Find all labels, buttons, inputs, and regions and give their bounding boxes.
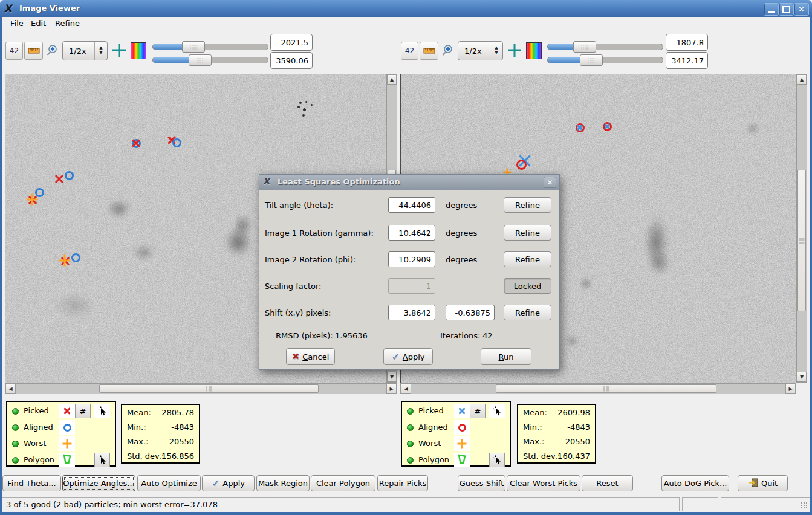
scroll-down-icon[interactable]: ▼ (387, 372, 397, 382)
stat-value: 160.437 (557, 452, 590, 461)
enabled-dot[interactable] (12, 408, 19, 415)
frame-count-button[interactable]: 42 (5, 42, 23, 60)
scroll-left-icon[interactable]: ◀ (5, 384, 16, 394)
pick-cursor-button[interactable] (94, 404, 110, 418)
clear-worst-picks-button[interactable]: Clear Worst Picks (507, 475, 580, 491)
scroll-right-icon[interactable]: ▶ (386, 384, 397, 394)
refine-shift-button[interactable]: Refine (504, 305, 551, 320)
slider-thumb[interactable] (189, 54, 212, 66)
scroll-up-icon[interactable]: ▲ (387, 74, 397, 85)
marker-style-cell[interactable] (59, 436, 75, 451)
show-numbers-button[interactable]: # (470, 404, 486, 418)
resize-grip[interactable] (801, 502, 808, 509)
zoom-tool-button-2[interactable] (439, 42, 455, 59)
max-threshold-slider[interactable] (152, 57, 268, 63)
min-threshold-field[interactable]: 2021.5 (270, 34, 313, 51)
refine-theta-button[interactable]: Refine (504, 197, 551, 213)
cancel-button[interactable]: ✖Cancel (286, 348, 335, 365)
guess-shift-button[interactable]: Guess Shift (458, 475, 505, 491)
auto-optimize-button[interactable]: Auto Optimize (137, 475, 201, 491)
scrollbar-thumb[interactable] (797, 170, 806, 311)
find-theta-button[interactable]: Find Theta... (2, 475, 61, 491)
zoom-level-select-2[interactable]: 1/2x ▲▼ (458, 41, 503, 60)
refine-phi-button[interactable]: Refine (504, 251, 551, 267)
button-label: Apply (222, 479, 245, 488)
menu-file[interactable]: File (7, 18, 27, 28)
marker-style-cell[interactable] (59, 420, 75, 435)
scroll-left-icon[interactable]: ◀ (401, 384, 411, 394)
enabled-dot[interactable] (407, 408, 414, 415)
right-panel-horizontal-scrollbar[interactable]: ◀ ▶ (400, 383, 796, 394)
locked-button[interactable]: Locked (504, 278, 551, 294)
scroll-right-icon[interactable]: ▶ (785, 384, 796, 394)
tilt-angle-field[interactable]: 44.4406 (388, 197, 435, 213)
maximize-button[interactable] (779, 3, 794, 16)
marker-style-cell[interactable] (454, 453, 470, 467)
apply-button[interactable]: ✓Apply (202, 475, 255, 491)
scrollbar-thumb[interactable] (99, 384, 318, 393)
close-button[interactable]: ✕ (794, 3, 809, 16)
marker-style-cell[interactable] (454, 420, 470, 435)
min-threshold-field-2[interactable]: 1807.8 (666, 34, 708, 51)
repair-picks-button[interactable]: Repair Picks (377, 475, 428, 491)
colormap-button-2[interactable] (526, 42, 542, 59)
refine-gamma-button[interactable]: Refine (504, 225, 551, 241)
titlebar[interactable]: X Image Viewer ✕ (0, 0, 812, 17)
ruler-button-2[interactable] (420, 42, 438, 60)
marker-style-cell[interactable] (454, 404, 470, 418)
right-panel-vertical-scrollbar[interactable]: ▲ ▼ (796, 74, 807, 383)
menu-edit[interactable]: Edit (27, 18, 50, 28)
marker-style-cell[interactable] (59, 453, 75, 467)
scroll-up-icon[interactable]: ▲ (797, 74, 807, 85)
crosshair-toggle-2[interactable] (505, 42, 524, 60)
enabled-dot[interactable] (407, 424, 414, 431)
dialog-titlebar[interactable]: X Least Squares Optimization ✕ (259, 175, 559, 190)
image2-rotation-field[interactable]: 10.2909 (388, 251, 435, 267)
clear-polygon-button[interactable]: Clear Polygon (311, 475, 375, 491)
zoom-level-select[interactable]: 1/2x ▲▼ (62, 41, 108, 60)
particle-marker-circle-blue (172, 138, 181, 147)
enabled-dot[interactable] (12, 441, 19, 447)
colormap-button[interactable] (131, 42, 146, 59)
dialog-apply-button[interactable]: ✓Apply (383, 348, 433, 365)
run-button[interactable]: Run (481, 348, 531, 365)
optimize-angles-button[interactable]: Optimize Angles... (62, 475, 135, 491)
max-threshold-field-2[interactable]: 3412.17 (666, 52, 708, 69)
quit-button[interactable]: Quit (738, 475, 788, 491)
ruler-button[interactable] (24, 42, 43, 60)
shift-y-field[interactable]: -0.63875 (446, 305, 495, 320)
marker-style-cell[interactable] (454, 436, 470, 451)
show-numbers-button[interactable]: # (75, 404, 91, 418)
shift-x-field[interactable]: 3.8642 (388, 305, 435, 320)
menu-refine[interactable]: Refine (51, 18, 83, 28)
zoom-tool-button[interactable] (44, 42, 60, 59)
image1-rotation-field[interactable]: 10.4642 (388, 225, 435, 241)
enabled-dot[interactable] (407, 441, 414, 447)
mask-region-button[interactable]: Mask Region (256, 475, 310, 491)
crosshair-toggle[interactable] (110, 42, 128, 60)
slider-thumb[interactable] (573, 41, 596, 53)
minimize-button[interactable] (764, 3, 779, 16)
left-panel-horizontal-scrollbar[interactable]: ◀ ▶ (5, 383, 397, 394)
enabled-dot[interactable] (12, 424, 19, 431)
auto-dog-pick-button[interactable]: Auto DoG Pick... (661, 475, 729, 491)
pick-cursor-button[interactable] (489, 404, 505, 418)
stat-value: 156.856 (161, 452, 194, 461)
max-threshold-slider-2[interactable] (547, 57, 663, 63)
marker-style-cell[interactable] (59, 404, 75, 418)
min-threshold-slider[interactable] (152, 44, 268, 50)
reset-button[interactable]: Reset (582, 475, 633, 491)
enabled-dot[interactable] (407, 457, 414, 464)
enabled-dot[interactable] (12, 457, 19, 464)
polygon-cursor-button[interactable] (489, 453, 505, 467)
least-squares-optimization-dialog: X Least Squares Optimization ✕ Tilt angl… (259, 174, 560, 370)
scroll-down-icon[interactable]: ▼ (797, 372, 807, 382)
slider-thumb[interactable] (580, 54, 603, 66)
dialog-close-button[interactable]: ✕ (544, 177, 556, 188)
frame-count-button-2[interactable]: 42 (401, 42, 418, 60)
max-threshold-field[interactable]: 3590.06 (270, 52, 313, 69)
slider-thumb[interactable] (182, 41, 205, 53)
min-threshold-slider-2[interactable] (547, 44, 663, 50)
scrollbar-thumb[interactable] (496, 384, 717, 393)
polygon-cursor-button[interactable] (94, 453, 110, 467)
